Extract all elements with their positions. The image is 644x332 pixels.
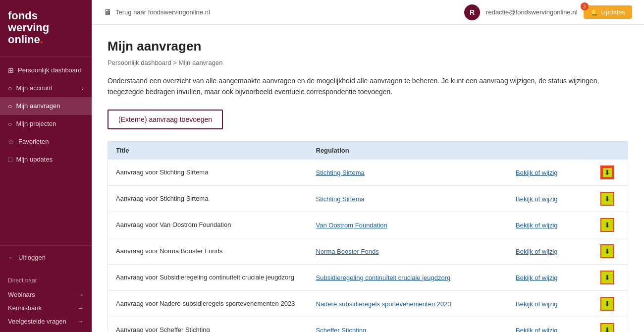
sidebar-link-kennisbank[interactable]: Kennisbank → bbox=[8, 301, 84, 315]
topbar-right: R redactie@fondswervingonline.nl 3 🔔 Upd… bbox=[464, 4, 632, 20]
table-rows: Aanvraag voor Stichting Sirtema Stichtin… bbox=[108, 159, 628, 332]
download-icon: ⬇ bbox=[604, 221, 610, 229]
sidebar-item-dashboard[interactable]: ⊞ Persoonlijk dashboard bbox=[0, 61, 92, 79]
sidebar-item-projecten[interactable]: ○ Mijn projecten bbox=[0, 115, 92, 133]
row-regulation[interactable]: Stichting Sirtema bbox=[316, 195, 516, 203]
download-button[interactable]: ⬇ bbox=[600, 218, 614, 232]
logout-button[interactable]: ← Uitloggen bbox=[8, 254, 84, 261]
topbar: 🖥 Terug naar fondswervingonline.nl R red… bbox=[92, 0, 644, 25]
table-row: Aanvraag voor Norma Booster Fonds Norma … bbox=[108, 238, 628, 264]
download-icon: ⬇ bbox=[604, 168, 610, 176]
table-row: Aanvraag voor Nadere subsidieregels spor… bbox=[108, 290, 628, 317]
col-action bbox=[516, 147, 595, 154]
download-button[interactable]: ⬇ bbox=[600, 297, 614, 311]
sidebar-item-favorieten[interactable]: ☆ Favorieten bbox=[0, 133, 92, 151]
row-action[interactable]: Bekijk of wijzig bbox=[516, 326, 595, 332]
download-icon: ⬇ bbox=[604, 195, 610, 203]
table-row: Aanvraag voor Van Oostrom Foundation Van… bbox=[108, 212, 628, 238]
monitor-icon: 🖥 bbox=[104, 8, 111, 17]
table-row: Aanvraag voor Stichting Sirtema Stichtin… bbox=[108, 159, 628, 185]
page-title: Mijn aanvragen bbox=[107, 39, 628, 54]
row-action[interactable]: Bekijk of wijzig bbox=[516, 221, 595, 229]
col-download bbox=[595, 147, 620, 154]
download-icon: ⬇ bbox=[604, 326, 610, 332]
row-regulation[interactable]: Norma Booster Fonds bbox=[316, 247, 516, 255]
row-download: ⬇ bbox=[595, 323, 620, 332]
main-content: 🖥 Terug naar fondswervingonline.nl R red… bbox=[92, 0, 644, 332]
user-email: redactie@fondswervingonline.nl bbox=[486, 8, 577, 16]
add-aanvraag-button[interactable]: (Externe) aanvraag toevoegen bbox=[107, 110, 223, 129]
row-title: Aanvraag voor Stichting Sirtema bbox=[116, 168, 316, 176]
row-regulation[interactable]: Nadere subsidieregels sportevenementen 2… bbox=[316, 300, 516, 308]
sidebar-item-aanvragen[interactable]: ○ Mijn aanvragen bbox=[0, 97, 92, 115]
updates-icon: □ bbox=[8, 156, 12, 164]
download-button[interactable]: ⬇ bbox=[600, 166, 614, 179]
download-button[interactable]: ⬇ bbox=[600, 271, 614, 284]
download-icon: ⬇ bbox=[604, 274, 610, 281]
sidebar-nav: ⊞ Persoonlijk dashboard ○ Mijn account ›… bbox=[0, 56, 92, 245]
account-icon: ○ bbox=[8, 84, 12, 92]
chevron-down-icon: › bbox=[82, 85, 84, 91]
table-row: Aanvraag voor Subsidieregeling continuït… bbox=[108, 264, 628, 290]
direct-naar-section: Direct naar Webinars → Kennisbank → Veel… bbox=[0, 269, 92, 332]
sidebar-item-updates[interactable]: □ Mijn updates bbox=[0, 151, 92, 168]
row-download: ⬇ bbox=[595, 192, 620, 206]
sidebar: fonds werving online. ⊞ Persoonlijk dash… bbox=[0, 0, 92, 332]
col-title: Title bbox=[116, 147, 316, 154]
row-title: Aanvraag voor Nadere subsidieregels spor… bbox=[116, 300, 316, 307]
row-action[interactable]: Bekijk of wijzig bbox=[516, 168, 595, 176]
row-download: ⬇ bbox=[595, 271, 620, 284]
projecten-icon: ○ bbox=[8, 120, 12, 128]
aanvragen-icon: ○ bbox=[8, 102, 12, 110]
row-download: ⬇ bbox=[595, 244, 620, 258]
row-action[interactable]: Bekijk of wijzig bbox=[516, 300, 595, 308]
bell-icon: 🔔 bbox=[590, 8, 598, 16]
table-row: Aanvraag voor Scheffer Stichting Scheffe… bbox=[108, 317, 628, 332]
logo-text: fonds werving online. bbox=[8, 10, 84, 46]
avatar: R bbox=[464, 4, 480, 20]
content-area: Mijn aanvragen Persoonlijk dashboard > M… bbox=[92, 25, 644, 332]
download-icon: ⬇ bbox=[604, 300, 610, 308]
sidebar-footer: ← Uitloggen bbox=[0, 245, 92, 269]
row-download: ⬇ bbox=[595, 218, 620, 232]
back-link[interactable]: 🖥 Terug naar fondswervingonline.nl bbox=[104, 8, 210, 17]
sidebar-link-webinars[interactable]: Webinars → bbox=[8, 288, 84, 301]
aanvragen-table: Title Regulation Aanvraag voor Stichting… bbox=[107, 141, 628, 332]
download-button[interactable]: ⬇ bbox=[600, 192, 614, 206]
row-regulation[interactable]: Scheffer Stichting bbox=[316, 326, 516, 332]
download-button[interactable]: ⬇ bbox=[600, 244, 614, 258]
row-title: Aanvraag voor Van Oostrom Foundation bbox=[116, 221, 316, 228]
col-regulation: Regulation bbox=[316, 147, 516, 154]
row-regulation[interactable]: Subsidieregeling continuïteit cruciale j… bbox=[316, 274, 516, 281]
table-header: Title Regulation bbox=[108, 142, 628, 159]
row-title: Aanvraag voor Norma Booster Fonds bbox=[116, 247, 316, 255]
arrow-right-icon: → bbox=[77, 291, 84, 298]
updates-button[interactable]: 3 🔔 Updates bbox=[584, 5, 632, 19]
row-title: Aanvraag voor Subsidieregeling continuït… bbox=[116, 274, 316, 281]
row-action[interactable]: Bekijk of wijzig bbox=[516, 195, 595, 203]
arrow-right-icon: → bbox=[77, 318, 84, 325]
table-row: Aanvraag voor Stichting Sirtema Stichtin… bbox=[108, 185, 628, 212]
download-button[interactable]: ⬇ bbox=[600, 323, 614, 332]
logo: fonds werving online. bbox=[0, 0, 92, 56]
row-regulation[interactable]: Van Oostrom Foundation bbox=[316, 221, 516, 229]
row-download: ⬇ bbox=[595, 166, 620, 179]
logout-icon: ← bbox=[8, 254, 14, 261]
row-title: Aanvraag voor Stichting Sirtema bbox=[116, 195, 316, 202]
page-description: Onderstaand een overzicht van alle aange… bbox=[107, 75, 628, 98]
row-download: ⬇ bbox=[595, 297, 620, 311]
sidebar-item-account[interactable]: ○ Mijn account › bbox=[0, 79, 92, 97]
grid-icon: ⊞ bbox=[8, 66, 14, 74]
breadcrumb: Persoonlijk dashboard > Mijn aanvragen bbox=[107, 59, 628, 66]
row-regulation[interactable]: Stichting Sirtema bbox=[316, 168, 516, 176]
updates-badge: 3 bbox=[581, 2, 589, 10]
arrow-right-icon: → bbox=[77, 304, 84, 312]
row-title: Aanvraag voor Scheffer Stichting bbox=[116, 326, 316, 332]
row-action[interactable]: Bekijk of wijzig bbox=[516, 247, 595, 255]
sidebar-link-faq[interactable]: Veelgestelde vragen → bbox=[8, 315, 84, 328]
star-icon: ☆ bbox=[8, 138, 14, 146]
download-icon: ⬇ bbox=[604, 247, 610, 255]
row-action[interactable]: Bekijk of wijzig bbox=[516, 274, 595, 281]
